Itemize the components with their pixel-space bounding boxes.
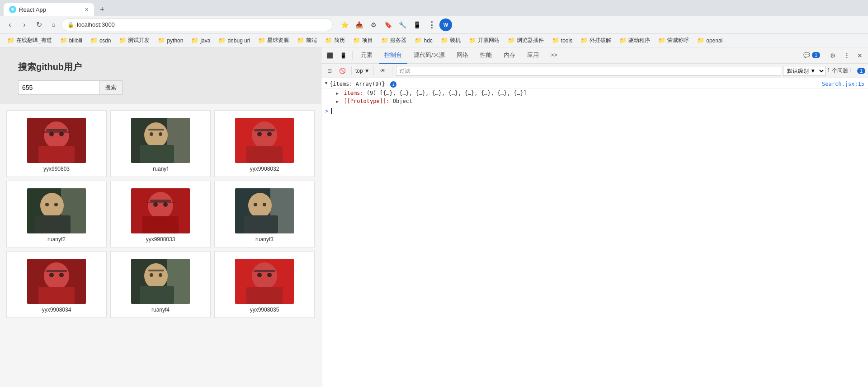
address-url: localhost:3000 <box>77 21 115 28</box>
bookmark-label: openai <box>706 37 722 44</box>
home-button[interactable]: ⌂ <box>47 19 60 31</box>
more-options-button[interactable]: ⋮ <box>840 49 853 62</box>
extension-btn-2[interactable]: 📥 <box>353 19 365 31</box>
expand-arrow-main[interactable]: ▶ <box>324 82 329 84</box>
avatar-0 <box>27 118 86 163</box>
settings-button[interactable]: ⚙ <box>826 49 839 62</box>
bookmark-label: debug url <box>227 37 250 44</box>
forward-button[interactable]: › <box>18 19 31 31</box>
bookmark-test[interactable]: 📁 测试开发 <box>115 36 153 45</box>
console-entry-main[interactable]: ▶ {items: Array(9)} i Search.jsx:15 <box>321 80 868 89</box>
bookmark-debug[interactable]: 📁 debug url <box>215 36 254 45</box>
user-avatar-btn[interactable]: W <box>439 19 452 31</box>
bookmark-driver[interactable]: 📁 驱动程序 <box>616 36 654 45</box>
bookmark-crack[interactable]: 📁 外挂破解 <box>577 36 615 45</box>
search-button[interactable]: 搜索 <box>99 80 123 95</box>
bookmark-rong[interactable]: 📁 荣威称呼 <box>655 36 693 45</box>
bookmark-hdc[interactable]: 📁 hdc <box>411 36 436 45</box>
bookmark-install[interactable]: 📁 装机 <box>437 36 464 45</box>
devtools-select-btn[interactable]: ⬛ <box>323 49 336 62</box>
bookmark-server[interactable]: 📁 服务器 <box>377 36 410 45</box>
console-clear-btn[interactable]: 🚫 <box>337 65 348 76</box>
bookmark-python[interactable]: 📁 python <box>154 36 187 45</box>
tab-application-label: 应用 <box>527 51 539 59</box>
extension-btn-3[interactable]: ⚙ <box>367 19 380 31</box>
active-tab[interactable]: ⚛ React App × <box>4 3 94 16</box>
console-sub-items[interactable]: ▶ items: (9) [{…}, {…}, {…}, {…}, {…}, {… <box>321 89 868 97</box>
bookmark-opensource[interactable]: 📁 开源网站 <box>465 36 503 45</box>
bookmark-resume[interactable]: 📁 简历 <box>321 36 349 45</box>
main-layout: 搜索github用户 搜索 <box>0 47 868 387</box>
svg-rect-10 <box>140 145 174 163</box>
bookmark-label: tools <box>561 37 572 44</box>
bookmark-java[interactable]: 📁 java <box>188 36 214 45</box>
issues-button[interactable]: 💬 1 <box>798 47 826 64</box>
extension-btn-5[interactable]: 🔧 <box>396 19 409 31</box>
bookmark-folder-icon: 📁 <box>580 37 588 44</box>
tab-more[interactable]: >> <box>545 47 563 64</box>
tab-sources[interactable]: 源代码/来源 <box>408 47 450 64</box>
new-tab-button[interactable]: + <box>96 3 108 16</box>
svg-point-37 <box>254 203 257 206</box>
console-sidebar-toggle[interactable]: ⊟ <box>324 65 335 76</box>
bookmark-folder-icon: 📁 <box>619 37 627 44</box>
back-button[interactable]: ‹ <box>4 19 16 31</box>
search-input[interactable] <box>18 80 99 95</box>
bookmark-bilibili[interactable]: 📁 bilibili <box>57 36 86 45</box>
bookmark-folder-icon: 📁 <box>258 37 265 44</box>
bookmark-folder-icon: 📁 <box>415 37 422 44</box>
tab-network[interactable]: 网络 <box>451 47 474 64</box>
cursor[interactable] <box>331 108 332 114</box>
tab-application[interactable]: 应用 <box>522 47 544 64</box>
browser-controls: ‹ › ↻ ⌂ 🔒 localhost:3000 ⭐ 📥 ⚙ 🔖 🔧 📱 ⋮ W <box>0 16 868 34</box>
bookmark-planet[interactable]: 📁 星球资源 <box>255 36 292 45</box>
source-link[interactable]: Search.jsx:15 <box>822 81 864 87</box>
top-level-selector[interactable]: top ▼ <box>355 68 370 74</box>
reload-button[interactable]: ↻ <box>33 19 45 31</box>
console-filter-input[interactable] <box>396 66 781 76</box>
svg-rect-28 <box>142 216 179 233</box>
tab-memory-label: 内存 <box>504 51 515 59</box>
svg-rect-32 <box>147 202 174 203</box>
bookmark-label: 驱动程序 <box>628 37 650 44</box>
bookmark-frontend[interactable]: 📁 前端 <box>293 36 321 45</box>
eye-filter-btn[interactable]: 👁 <box>377 65 388 76</box>
svg-point-9 <box>144 122 168 148</box>
extension-btn-1[interactable]: ⭐ <box>338 19 351 31</box>
lock-icon: 🔒 <box>67 22 74 28</box>
bookmark-label: bilibili <box>69 37 82 44</box>
bookmark-csdn[interactable]: 📁 csdn <box>87 36 114 45</box>
extension-btn-4[interactable]: 🔖 <box>382 19 394 31</box>
user-card-5: ruanyf3 <box>214 181 315 247</box>
tab-performance[interactable]: 性能 <box>475 47 497 64</box>
bookmark-youdao[interactable]: 📁 在线翻译_有道 <box>4 36 56 45</box>
log-level-select[interactable]: 默认级别 ▼ <box>783 66 826 76</box>
bookmark-openai[interactable]: 📁 openai <box>693 36 726 45</box>
bookmark-tools[interactable]: 📁 tools <box>548 36 576 45</box>
tab-network-label: 网络 <box>457 51 468 59</box>
tab-console-label: 控制台 <box>384 51 402 59</box>
tab-console[interactable]: 控制台 <box>379 47 407 64</box>
tab-elements[interactable]: 元素 <box>355 47 378 64</box>
tab-bar: ⚛ React App × + <box>0 0 868 16</box>
close-devtools-button[interactable]: ✕ <box>854 49 866 62</box>
svg-rect-6 <box>43 131 70 133</box>
bookmark-project[interactable]: 📁 项目 <box>349 36 377 45</box>
avatar-1 <box>131 118 190 163</box>
expand-arrow-items[interactable]: ▶ <box>336 91 339 96</box>
issue-badge: 1 <box>857 68 865 74</box>
tab-memory[interactable]: 内存 <box>498 47 521 64</box>
bookmark-extension[interactable]: 📁 浏览器插件 <box>504 36 547 45</box>
bookmark-label: csdn <box>99 37 111 44</box>
svg-point-56 <box>267 273 272 277</box>
extension-btn-6[interactable]: 📱 <box>410 19 423 31</box>
address-bar[interactable]: 🔒 localhost:3000 <box>61 19 333 31</box>
menu-button[interactable]: ⋮ <box>425 19 438 31</box>
devtools-mobile-btn[interactable]: 📱 <box>337 49 349 62</box>
expand-arrow-proto[interactable]: ▶ <box>336 99 339 104</box>
svg-point-53 <box>252 262 277 289</box>
svg-point-24 <box>45 203 49 206</box>
console-sub-proto[interactable]: ▶ [[Prototype]]: Object <box>321 97 868 105</box>
close-tab-button[interactable]: × <box>85 6 89 13</box>
bookmark-label: 装机 <box>450 37 461 44</box>
